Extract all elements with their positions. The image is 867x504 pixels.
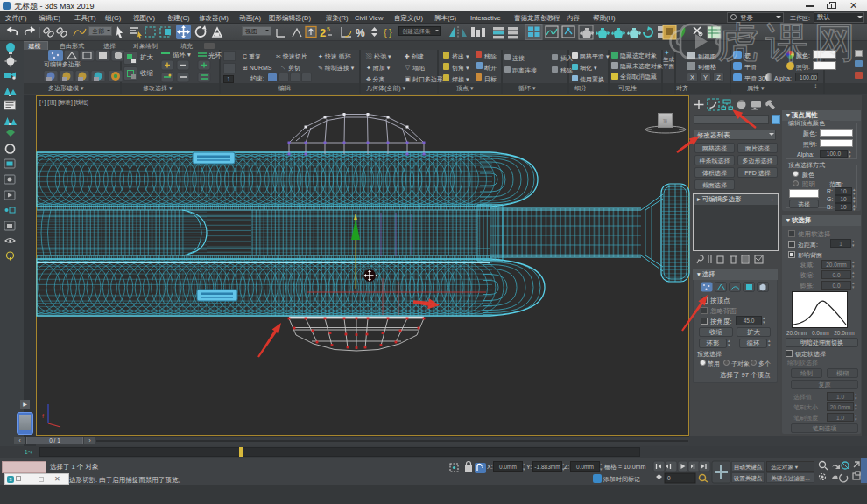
- svg-text:虎课网: 虎课网: [717, 19, 862, 66]
